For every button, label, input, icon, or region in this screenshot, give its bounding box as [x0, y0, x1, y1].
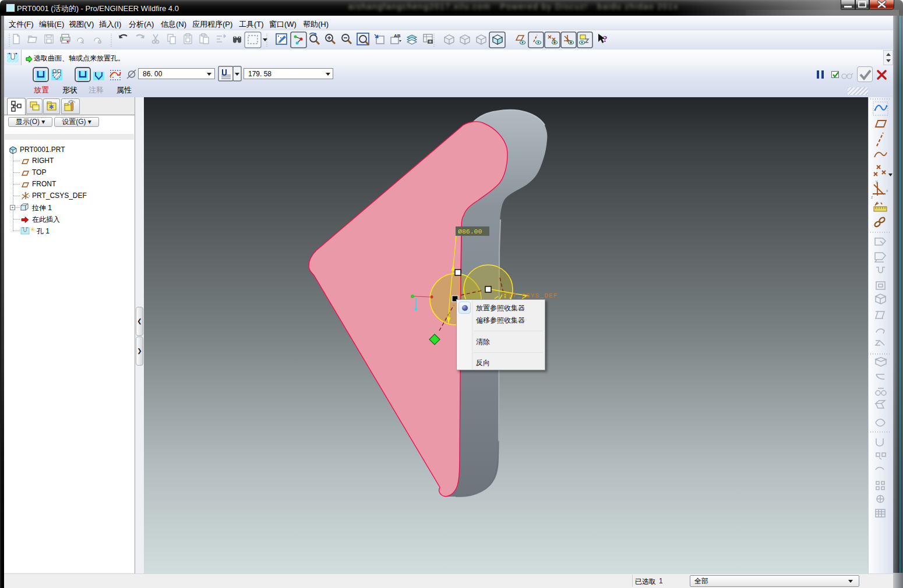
svg-text:AB: AB [394, 33, 401, 38]
svg-text:y: y [876, 179, 878, 184]
svg-text:x: x [886, 189, 888, 193]
svg-text:x: x [29, 194, 30, 197]
svg-text:PRT_CSYS_DEF: PRT_CSYS_DEF [503, 292, 558, 299]
svg-text:✻: ✻ [49, 104, 54, 110]
svg-text:?: ? [603, 34, 608, 44]
svg-text:z: z [871, 195, 873, 199]
svg-text:Ø86.00: Ø86.00 [458, 228, 482, 235]
